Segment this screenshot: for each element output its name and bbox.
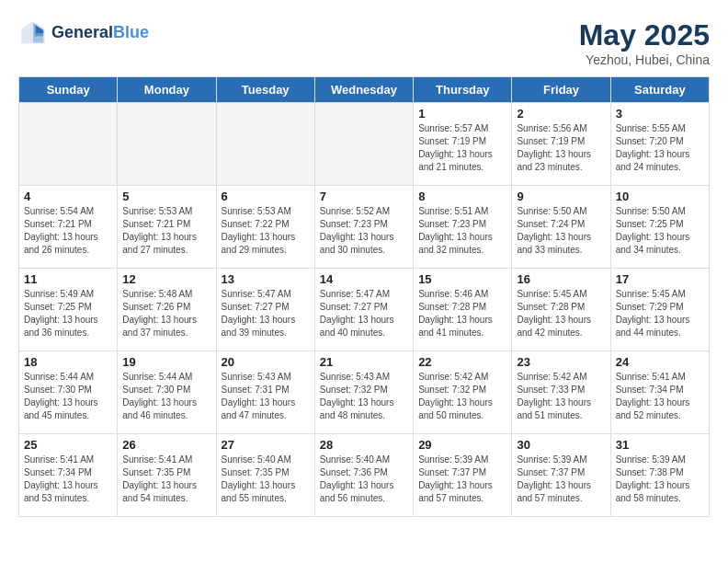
day-detail: Sunrise: 5:49 AM Sunset: 7:25 PM Dayligh… bbox=[24, 288, 112, 339]
calendar-week-row: 1Sunrise: 5:57 AM Sunset: 7:19 PM Daylig… bbox=[19, 103, 710, 186]
day-detail: Sunrise: 5:40 AM Sunset: 7:36 PM Dayligh… bbox=[320, 454, 408, 505]
month-title: May 2025 bbox=[579, 18, 710, 52]
calendar-cell: 2Sunrise: 5:56 AM Sunset: 7:19 PM Daylig… bbox=[512, 103, 610, 186]
calendar-cell: 25Sunrise: 5:41 AM Sunset: 7:34 PM Dayli… bbox=[19, 434, 118, 517]
calendar-cell: 14Sunrise: 5:47 AM Sunset: 7:27 PM Dayli… bbox=[314, 269, 413, 351]
calendar-cell: 27Sunrise: 5:40 AM Sunset: 7:35 PM Dayli… bbox=[216, 434, 314, 517]
day-number: 22 bbox=[418, 355, 506, 369]
calendar-cell: 7Sunrise: 5:52 AM Sunset: 7:23 PM Daylig… bbox=[314, 186, 413, 269]
calendar-cell: 18Sunrise: 5:44 AM Sunset: 7:30 PM Dayli… bbox=[19, 351, 118, 434]
weekday-header: Tuesday bbox=[216, 77, 314, 103]
title-block: May 2025 Yezhou, Hubei, China bbox=[579, 18, 710, 67]
logo-text: GeneralBlue bbox=[51, 24, 149, 42]
day-number: 25 bbox=[24, 438, 112, 452]
calendar-cell: 21Sunrise: 5:43 AM Sunset: 7:32 PM Dayli… bbox=[314, 351, 413, 434]
day-detail: Sunrise: 5:48 AM Sunset: 7:26 PM Dayligh… bbox=[122, 288, 210, 339]
calendar-week-row: 11Sunrise: 5:49 AM Sunset: 7:25 PM Dayli… bbox=[19, 269, 710, 351]
day-number: 30 bbox=[517, 438, 605, 452]
day-detail: Sunrise: 5:51 AM Sunset: 7:23 PM Dayligh… bbox=[418, 205, 506, 257]
calendar-table: SundayMondayTuesdayWednesdayThursdayFrid… bbox=[18, 76, 710, 517]
weekday-header: Monday bbox=[118, 77, 216, 103]
day-number: 8 bbox=[418, 190, 506, 203]
calendar-cell: 22Sunrise: 5:42 AM Sunset: 7:32 PM Dayli… bbox=[414, 351, 512, 434]
calendar-cell: 19Sunrise: 5:44 AM Sunset: 7:30 PM Dayli… bbox=[118, 351, 216, 434]
day-detail: Sunrise: 5:50 AM Sunset: 7:25 PM Dayligh… bbox=[616, 205, 704, 257]
day-number: 31 bbox=[616, 438, 704, 452]
calendar-cell: 30Sunrise: 5:39 AM Sunset: 7:37 PM Dayli… bbox=[512, 434, 610, 517]
calendar-cell: 4Sunrise: 5:54 AM Sunset: 7:21 PM Daylig… bbox=[19, 186, 118, 269]
day-detail: Sunrise: 5:50 AM Sunset: 7:24 PM Dayligh… bbox=[517, 205, 605, 257]
day-number: 10 bbox=[616, 190, 704, 203]
day-number: 16 bbox=[517, 272, 605, 286]
calendar-header: SundayMondayTuesdayWednesdayThursdayFrid… bbox=[19, 77, 710, 103]
page-header: GeneralBlue May 2025 Yezhou, Hubei, Chin… bbox=[18, 18, 710, 67]
calendar-cell: 13Sunrise: 5:47 AM Sunset: 7:27 PM Dayli… bbox=[216, 269, 314, 351]
calendar-week-row: 4Sunrise: 5:54 AM Sunset: 7:21 PM Daylig… bbox=[19, 186, 710, 269]
day-detail: Sunrise: 5:39 AM Sunset: 7:38 PM Dayligh… bbox=[616, 454, 704, 505]
day-detail: Sunrise: 5:45 AM Sunset: 7:29 PM Dayligh… bbox=[616, 288, 704, 339]
weekday-header: Saturday bbox=[610, 77, 709, 103]
day-detail: Sunrise: 5:53 AM Sunset: 7:21 PM Dayligh… bbox=[122, 205, 210, 257]
day-detail: Sunrise: 5:41 AM Sunset: 7:34 PM Dayligh… bbox=[616, 371, 704, 422]
day-detail: Sunrise: 5:45 AM Sunset: 7:28 PM Dayligh… bbox=[517, 288, 605, 339]
weekday-header: Thursday bbox=[414, 77, 512, 103]
day-detail: Sunrise: 5:56 AM Sunset: 7:19 PM Dayligh… bbox=[517, 122, 605, 174]
calendar-cell: 3Sunrise: 5:55 AM Sunset: 7:20 PM Daylig… bbox=[610, 103, 709, 186]
weekday-header: Sunday bbox=[19, 77, 118, 103]
calendar-cell: 24Sunrise: 5:41 AM Sunset: 7:34 PM Dayli… bbox=[610, 351, 709, 434]
day-number: 7 bbox=[320, 190, 408, 203]
day-number: 27 bbox=[222, 438, 310, 452]
day-detail: Sunrise: 5:44 AM Sunset: 7:30 PM Dayligh… bbox=[122, 371, 210, 422]
day-number: 21 bbox=[320, 355, 408, 369]
calendar-cell: 8Sunrise: 5:51 AM Sunset: 7:23 PM Daylig… bbox=[414, 186, 512, 269]
day-number: 13 bbox=[222, 272, 310, 286]
calendar-cell: 6Sunrise: 5:53 AM Sunset: 7:22 PM Daylig… bbox=[216, 186, 314, 269]
weekday-row: SundayMondayTuesdayWednesdayThursdayFrid… bbox=[19, 77, 710, 103]
day-detail: Sunrise: 5:40 AM Sunset: 7:35 PM Dayligh… bbox=[222, 454, 310, 505]
calendar-week-row: 18Sunrise: 5:44 AM Sunset: 7:30 PM Dayli… bbox=[19, 351, 710, 434]
calendar-cell: 15Sunrise: 5:46 AM Sunset: 7:28 PM Dayli… bbox=[414, 269, 512, 351]
day-number: 3 bbox=[616, 107, 704, 121]
day-detail: Sunrise: 5:46 AM Sunset: 7:28 PM Dayligh… bbox=[418, 288, 506, 339]
calendar-cell: 9Sunrise: 5:50 AM Sunset: 7:24 PM Daylig… bbox=[512, 186, 610, 269]
day-detail: Sunrise: 5:41 AM Sunset: 7:34 PM Dayligh… bbox=[24, 454, 112, 505]
logo: GeneralBlue bbox=[18, 18, 149, 48]
calendar-cell: 23Sunrise: 5:42 AM Sunset: 7:33 PM Dayli… bbox=[512, 351, 610, 434]
calendar-cell: 20Sunrise: 5:43 AM Sunset: 7:31 PM Dayli… bbox=[216, 351, 314, 434]
calendar-body: 1Sunrise: 5:57 AM Sunset: 7:19 PM Daylig… bbox=[19, 103, 710, 517]
day-number: 4 bbox=[24, 190, 112, 203]
calendar-cell: 12Sunrise: 5:48 AM Sunset: 7:26 PM Dayli… bbox=[118, 269, 216, 351]
weekday-header: Friday bbox=[512, 77, 610, 103]
day-number: 5 bbox=[122, 190, 210, 203]
day-detail: Sunrise: 5:39 AM Sunset: 7:37 PM Dayligh… bbox=[517, 454, 605, 505]
calendar-cell: 29Sunrise: 5:39 AM Sunset: 7:37 PM Dayli… bbox=[414, 434, 512, 517]
day-number: 14 bbox=[320, 272, 408, 286]
day-number: 15 bbox=[418, 272, 506, 286]
day-detail: Sunrise: 5:57 AM Sunset: 7:19 PM Dayligh… bbox=[418, 122, 506, 174]
day-number: 24 bbox=[616, 355, 704, 369]
day-number: 28 bbox=[320, 438, 408, 452]
calendar-cell: 1Sunrise: 5:57 AM Sunset: 7:19 PM Daylig… bbox=[414, 103, 512, 186]
calendar-cell: 26Sunrise: 5:41 AM Sunset: 7:35 PM Dayli… bbox=[118, 434, 216, 517]
day-number: 19 bbox=[122, 355, 210, 369]
day-detail: Sunrise: 5:42 AM Sunset: 7:32 PM Dayligh… bbox=[418, 371, 506, 422]
day-number: 2 bbox=[517, 107, 605, 121]
calendar-cell bbox=[216, 103, 314, 186]
day-detail: Sunrise: 5:55 AM Sunset: 7:20 PM Dayligh… bbox=[616, 122, 704, 174]
day-detail: Sunrise: 5:43 AM Sunset: 7:32 PM Dayligh… bbox=[320, 371, 408, 422]
day-detail: Sunrise: 5:47 AM Sunset: 7:27 PM Dayligh… bbox=[320, 288, 408, 339]
day-detail: Sunrise: 5:44 AM Sunset: 7:30 PM Dayligh… bbox=[24, 371, 112, 422]
weekday-header: Wednesday bbox=[314, 77, 413, 103]
day-detail: Sunrise: 5:52 AM Sunset: 7:23 PM Dayligh… bbox=[320, 205, 408, 257]
calendar-cell: 16Sunrise: 5:45 AM Sunset: 7:28 PM Dayli… bbox=[512, 269, 610, 351]
day-number: 9 bbox=[517, 190, 605, 203]
calendar-cell: 5Sunrise: 5:53 AM Sunset: 7:21 PM Daylig… bbox=[118, 186, 216, 269]
day-detail: Sunrise: 5:41 AM Sunset: 7:35 PM Dayligh… bbox=[122, 454, 210, 505]
day-number: 29 bbox=[418, 438, 506, 452]
calendar-cell: 17Sunrise: 5:45 AM Sunset: 7:29 PM Dayli… bbox=[610, 269, 709, 351]
logo-icon bbox=[18, 18, 48, 48]
day-number: 12 bbox=[122, 272, 210, 286]
day-number: 18 bbox=[24, 355, 112, 369]
day-detail: Sunrise: 5:39 AM Sunset: 7:37 PM Dayligh… bbox=[418, 454, 506, 505]
day-number: 17 bbox=[616, 272, 704, 286]
